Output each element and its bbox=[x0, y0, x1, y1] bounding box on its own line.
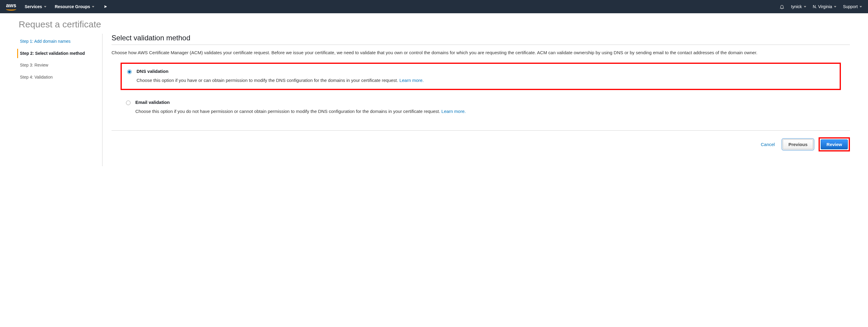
region-menu[interactable]: N. Virginia bbox=[813, 4, 836, 9]
services-menu[interactable]: Services bbox=[25, 4, 46, 9]
intro-text: Choose how AWS Certificate Manager (ACM)… bbox=[112, 49, 850, 56]
review-button[interactable]: Review bbox=[821, 139, 848, 149]
email-option-desc-text: Choose this option if you do not have pe… bbox=[135, 109, 441, 114]
dns-option-title: DNS validation bbox=[136, 69, 834, 74]
email-validation-option[interactable]: Email validation Choose this option if y… bbox=[121, 95, 841, 120]
step-3-review: Step 3: Review bbox=[18, 61, 96, 70]
main-content: Select validation method Choose how AWS … bbox=[102, 34, 850, 166]
aws-logo[interactable]: aws bbox=[6, 3, 16, 10]
review-button-highlight: Review bbox=[818, 137, 850, 152]
region-label: N. Virginia bbox=[813, 4, 832, 9]
resource-groups-label: Resource Groups bbox=[55, 4, 90, 9]
caret-down-icon bbox=[834, 6, 836, 7]
email-learn-more-link[interactable]: Learn more. bbox=[441, 109, 466, 114]
email-option-description: Choose this option if you do not have pe… bbox=[135, 108, 835, 115]
account-menu[interactable]: tynick bbox=[791, 4, 806, 9]
dns-option-description: Choose this option if you have or can ob… bbox=[136, 77, 834, 84]
email-validation-radio[interactable] bbox=[126, 101, 130, 105]
section-heading: Select validation method bbox=[112, 34, 850, 45]
layout: Step 1: Add domain names Step 2: Select … bbox=[18, 34, 850, 166]
caret-down-icon bbox=[92, 6, 94, 7]
cancel-link[interactable]: Cancel bbox=[761, 142, 775, 147]
email-option-title: Email validation bbox=[135, 100, 835, 105]
wizard-steps-sidebar: Step 1: Add domain names Step 2: Select … bbox=[18, 34, 102, 166]
resource-groups-menu[interactable]: Resource Groups bbox=[55, 4, 94, 9]
topnav-left: aws Services Resource Groups bbox=[6, 3, 107, 10]
notifications-icon[interactable] bbox=[779, 4, 784, 9]
step-1-add-domain-names[interactable]: Step 1: Add domain names bbox=[18, 37, 96, 46]
step-2-select-validation-method: Step 2: Select validation method bbox=[17, 49, 96, 58]
caret-down-icon bbox=[804, 6, 806, 7]
caret-down-icon bbox=[860, 6, 862, 7]
services-label: Services bbox=[25, 4, 42, 9]
validation-options: DNS validation Choose this option if you… bbox=[112, 63, 850, 130]
support-menu[interactable]: Support bbox=[843, 4, 862, 9]
wizard-footer: Cancel Previous Review bbox=[112, 130, 850, 152]
page: Request a certificate Step 1: Add domain… bbox=[0, 13, 868, 178]
support-label: Support bbox=[843, 4, 858, 9]
topnav-right: tynick N. Virginia Support bbox=[779, 4, 862, 9]
dns-learn-more-link[interactable]: Learn more. bbox=[399, 78, 424, 83]
username-label: tynick bbox=[791, 4, 802, 9]
caret-down-icon bbox=[44, 6, 46, 7]
top-navigation: aws Services Resource Groups tynick N. V… bbox=[0, 0, 868, 13]
dns-validation-radio[interactable] bbox=[127, 70, 132, 74]
pin-icon[interactable] bbox=[103, 4, 107, 9]
dns-option-body: DNS validation Choose this option if you… bbox=[136, 69, 834, 84]
dns-validation-option[interactable]: DNS validation Choose this option if you… bbox=[121, 63, 841, 90]
page-title: Request a certificate bbox=[19, 19, 850, 30]
dns-option-desc-text: Choose this option if you have or can ob… bbox=[136, 78, 399, 83]
email-option-body: Email validation Choose this option if y… bbox=[135, 100, 835, 115]
step-4-validation: Step 4: Validation bbox=[18, 72, 96, 82]
previous-button[interactable]: Previous bbox=[783, 139, 813, 149]
